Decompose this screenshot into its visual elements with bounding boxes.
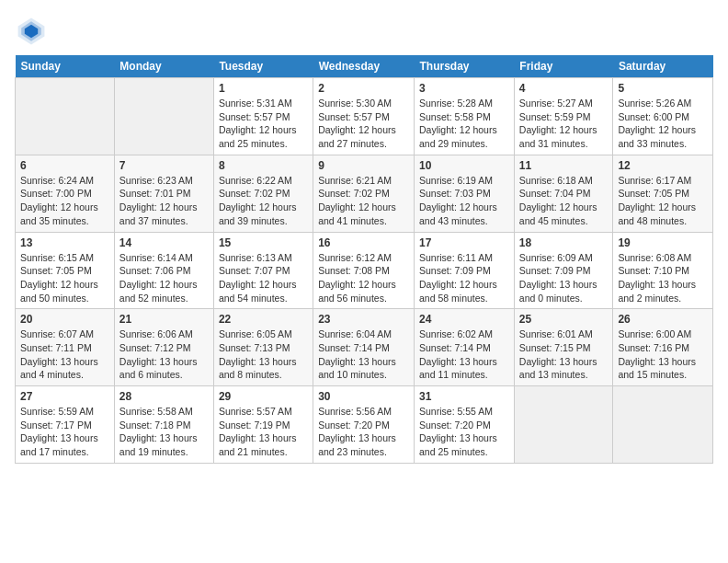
day-number: 21 [119,313,209,326]
day-info: Sunrise: 5:59 AM Sunset: 7:17 PM Dayligh… [20,405,109,459]
day-number: 17 [419,236,509,249]
day-info: Sunrise: 6:22 AM Sunset: 7:02 PM Dayligh… [219,174,308,228]
day-info: Sunrise: 6:04 AM Sunset: 7:14 PM Dayligh… [318,327,409,382]
weekday-header: Wednesday [313,55,415,78]
calendar-cell: 21Sunrise: 6:06 AM Sunset: 7:12 PM Dayli… [114,309,213,386]
calendar-cell: 26Sunrise: 6:00 AM Sunset: 7:16 PM Dayli… [613,309,713,386]
day-info: Sunrise: 6:18 AM Sunset: 7:04 PM Dayligh… [519,174,609,228]
calendar-cell: 7Sunrise: 6:23 AM Sunset: 7:01 PM Daylig… [114,155,213,232]
day-number: 26 [618,313,708,326]
day-number: 7 [119,159,209,172]
day-number: 30 [318,390,409,403]
day-number: 5 [618,82,708,95]
calendar-cell: 9Sunrise: 6:21 AM Sunset: 7:02 PM Daylig… [313,155,415,232]
calendar-cell: 27Sunrise: 5:59 AM Sunset: 7:17 PM Dayli… [16,386,115,464]
day-info: Sunrise: 5:57 AM Sunset: 7:19 PM Dayligh… [219,405,308,459]
calendar-cell: 10Sunrise: 6:19 AM Sunset: 7:03 PM Dayli… [415,155,515,232]
calendar-cell: 16Sunrise: 6:12 AM Sunset: 7:08 PM Dayli… [313,232,415,309]
day-info: Sunrise: 6:05 AM Sunset: 7:13 PM Dayligh… [219,327,308,382]
calendar-cell: 17Sunrise: 6:11 AM Sunset: 7:09 PM Dayli… [415,232,515,309]
day-info: Sunrise: 6:11 AM Sunset: 7:09 PM Dayligh… [419,251,509,305]
calendar-cell: 3Sunrise: 5:28 AM Sunset: 5:58 PM Daylig… [415,78,515,155]
day-info: Sunrise: 6:23 AM Sunset: 7:01 PM Dayligh… [119,174,209,228]
day-number: 13 [20,236,109,249]
calendar-cell [16,78,115,155]
calendar-week-row: 27Sunrise: 5:59 AM Sunset: 7:17 PM Dayli… [16,386,713,464]
calendar-cell: 20Sunrise: 6:07 AM Sunset: 7:11 PM Dayli… [16,309,115,386]
day-number: 12 [618,159,708,172]
calendar-cell: 25Sunrise: 6:01 AM Sunset: 7:15 PM Dayli… [514,309,613,386]
calendar-cell: 31Sunrise: 5:55 AM Sunset: 7:20 PM Dayli… [415,386,515,464]
calendar-week-row: 20Sunrise: 6:07 AM Sunset: 7:11 PM Dayli… [16,309,713,386]
day-info: Sunrise: 5:31 AM Sunset: 5:57 PM Dayligh… [219,97,308,151]
day-number: 8 [219,159,308,172]
calendar-cell: 22Sunrise: 6:05 AM Sunset: 7:13 PM Dayli… [213,309,313,386]
calendar-week-row: 1Sunrise: 5:31 AM Sunset: 5:57 PM Daylig… [16,78,713,155]
logo [15,15,51,48]
calendar-cell: 29Sunrise: 5:57 AM Sunset: 7:19 PM Dayli… [213,386,313,464]
day-info: Sunrise: 6:01 AM Sunset: 7:15 PM Dayligh… [519,327,609,382]
weekday-header: Saturday [613,55,713,78]
day-number: 2 [318,82,409,95]
calendar-cell: 5Sunrise: 5:26 AM Sunset: 6:00 PM Daylig… [613,78,713,155]
day-info: Sunrise: 6:02 AM Sunset: 7:14 PM Dayligh… [419,327,509,382]
calendar-cell: 11Sunrise: 6:18 AM Sunset: 7:04 PM Dayli… [514,155,613,232]
day-info: Sunrise: 6:06 AM Sunset: 7:12 PM Dayligh… [119,327,209,382]
calendar-cell: 12Sunrise: 6:17 AM Sunset: 7:05 PM Dayli… [613,155,713,232]
day-number: 16 [318,236,409,249]
day-number: 15 [219,236,308,249]
day-number: 18 [519,236,609,249]
weekday-header-row: SundayMondayTuesdayWednesdayThursdayFrid… [16,55,713,78]
day-number: 31 [419,390,509,403]
day-info: Sunrise: 6:17 AM Sunset: 7:05 PM Dayligh… [618,174,708,228]
weekday-header: Thursday [415,55,515,78]
day-info: Sunrise: 6:24 AM Sunset: 7:00 PM Dayligh… [20,174,109,228]
day-number: 20 [20,313,109,326]
calendar-cell [514,386,613,464]
calendar-week-row: 13Sunrise: 6:15 AM Sunset: 7:05 PM Dayli… [16,232,713,309]
day-info: Sunrise: 6:19 AM Sunset: 7:03 PM Dayligh… [419,174,509,228]
day-number: 23 [318,313,409,326]
day-info: Sunrise: 6:12 AM Sunset: 7:08 PM Dayligh… [318,251,409,305]
day-info: Sunrise: 5:30 AM Sunset: 5:57 PM Dayligh… [318,97,409,151]
day-info: Sunrise: 6:00 AM Sunset: 7:16 PM Dayligh… [618,327,708,382]
calendar-cell: 18Sunrise: 6:09 AM Sunset: 7:09 PM Dayli… [514,232,613,309]
calendar-cell: 2Sunrise: 5:30 AM Sunset: 5:57 PM Daylig… [313,78,415,155]
day-number: 29 [219,390,308,403]
day-info: Sunrise: 5:28 AM Sunset: 5:58 PM Dayligh… [419,97,509,151]
day-info: Sunrise: 5:26 AM Sunset: 6:00 PM Dayligh… [618,97,708,151]
day-number: 25 [519,313,609,326]
day-info: Sunrise: 5:27 AM Sunset: 5:59 PM Dayligh… [519,97,609,151]
calendar-cell [613,386,713,464]
weekday-header: Monday [114,55,213,78]
day-number: 11 [519,159,609,172]
calendar-cell: 8Sunrise: 6:22 AM Sunset: 7:02 PM Daylig… [213,155,313,232]
logo-icon [15,15,48,48]
day-number: 6 [20,159,109,172]
day-info: Sunrise: 6:08 AM Sunset: 7:10 PM Dayligh… [618,251,708,305]
calendar-cell: 13Sunrise: 6:15 AM Sunset: 7:05 PM Dayli… [16,232,115,309]
day-number: 4 [519,82,609,95]
day-info: Sunrise: 6:21 AM Sunset: 7:02 PM Dayligh… [318,174,409,228]
calendar-cell [114,78,213,155]
calendar-cell: 30Sunrise: 5:56 AM Sunset: 7:20 PM Dayli… [313,386,415,464]
calendar-cell: 6Sunrise: 6:24 AM Sunset: 7:00 PM Daylig… [16,155,115,232]
day-number: 3 [419,82,509,95]
weekday-header: Sunday [16,55,115,78]
calendar-week-row: 6Sunrise: 6:24 AM Sunset: 7:00 PM Daylig… [16,155,713,232]
day-number: 9 [318,159,409,172]
day-info: Sunrise: 6:07 AM Sunset: 7:11 PM Dayligh… [20,327,109,382]
day-number: 28 [119,390,209,403]
weekday-header: Tuesday [213,55,313,78]
page-header [15,15,713,48]
calendar-cell: 1Sunrise: 5:31 AM Sunset: 5:57 PM Daylig… [213,78,313,155]
day-number: 24 [419,313,509,326]
day-info: Sunrise: 5:56 AM Sunset: 7:20 PM Dayligh… [318,405,409,459]
calendar-cell: 4Sunrise: 5:27 AM Sunset: 5:59 PM Daylig… [514,78,613,155]
day-number: 19 [618,236,708,249]
calendar-cell: 15Sunrise: 6:13 AM Sunset: 7:07 PM Dayli… [213,232,313,309]
day-number: 10 [419,159,509,172]
day-number: 14 [119,236,209,249]
weekday-header: Friday [514,55,613,78]
day-info: Sunrise: 6:15 AM Sunset: 7:05 PM Dayligh… [20,251,109,305]
